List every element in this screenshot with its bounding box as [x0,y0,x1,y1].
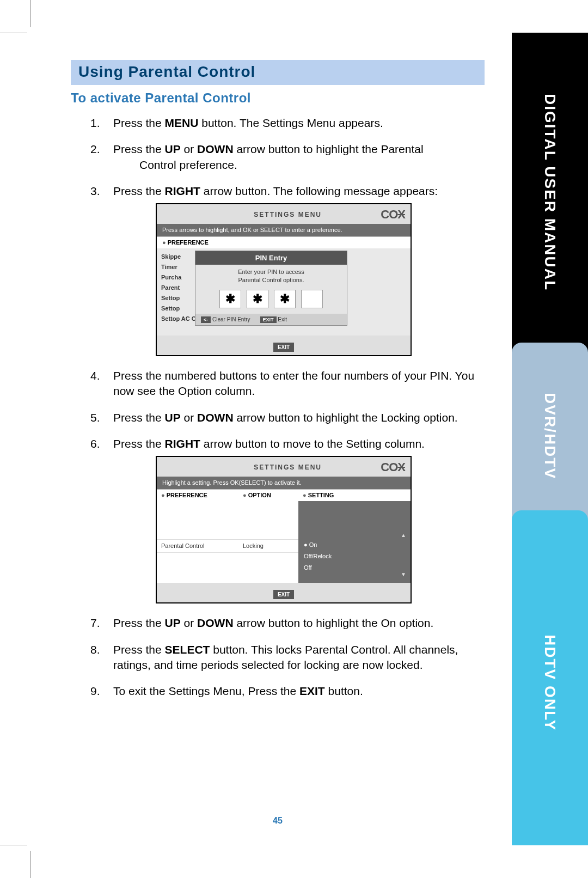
pin-digit-4[interactable] [301,290,323,308]
col-option: OPTION [238,490,298,501]
step-2: Press the UP or DOWN arrow button to hig… [71,142,485,173]
trim-mark [0,845,27,845]
trim-mark [30,851,31,878]
settings-menu-title: SETTINGS MENU [195,463,381,472]
screenshot-setting-column: SETTINGS MENU COX Highlight a setting. P… [156,456,412,603]
tab-digital-user-manual: DIGITAL USER MANUAL [512,33,588,352]
step-6: Press the RIGHT arrow button to move to … [71,436,485,603]
step-8: Press the SELECT button. This locks Pare… [71,642,485,673]
scroll-up-icon[interactable]: ▲ [401,532,406,539]
step-5: Press the UP or DOWN arrow button to hig… [71,410,485,425]
exit-button[interactable]: EXIT [273,590,294,600]
option-off[interactable]: Off [298,562,411,574]
trim-mark [0,33,27,33]
pin-entry-message: Enter your PIN to access Parental Contro… [195,265,347,286]
setting-options: ▲ On Off/Relock Off ▼ [298,501,411,583]
option-on[interactable]: On [298,539,411,551]
pin-digit-2[interactable]: ✱ [247,290,268,308]
preference-header: PREFERENCE [157,236,411,248]
pin-entry-title: PIN Entry [195,251,347,265]
settings-row: Parental Control Locking [157,539,298,553]
step-1: Press the MENU button. The Settings Menu… [71,115,485,131]
col-setting: SETTING [298,490,411,501]
settings-menu-title: SETTINGS MENU [195,210,381,219]
exit-key-icon: EXIT [260,316,277,323]
clear-pin-label: Clear PIN Entry [212,316,250,322]
instruction-bar: Press arrows to highlight, and OK or SEL… [157,224,411,236]
subheading: To activate Parental Control [71,90,485,106]
option-off-relock[interactable]: Off/Relock [298,551,411,562]
step-4: Press the numbered buttons to enter the … [71,368,485,399]
exit-label: Exit [278,316,287,322]
back-key-icon: <- [201,316,211,323]
section-banner: Using Parental Control [71,60,485,85]
screenshot-pin-entry: SETTINGS MENU COX Press arrows to highli… [156,203,412,356]
step-7: Press the UP or DOWN arrow button to hig… [71,615,485,631]
step-9: To exit the Settings Menu, Press the EXI… [71,684,485,699]
pin-digit-3[interactable]: ✱ [274,290,296,308]
scroll-down-icon[interactable]: ▼ [401,571,406,578]
tab-hdtv-only: HDTV ONLY [512,520,588,845]
row-preference: Parental Control [157,540,238,552]
instruction-bar: Highlight a setting. Press OK(SELECT) to… [157,477,411,489]
page-content: Using Parental Control To activate Paren… [71,60,485,710]
page-number: 45 [71,816,485,826]
trim-mark [30,0,31,27]
tab-dvr-hdtv: DVR/HDTV [512,352,588,520]
side-tabs: DIGITAL USER MANUAL DVR/HDTV HDTV ONLY [512,33,588,845]
cox-logo: COX [381,459,405,475]
cox-logo: COX [381,206,405,223]
column-headers: PREFERENCE OPTION SETTING [157,489,411,501]
exit-button[interactable]: EXIT [273,343,294,352]
row-option: Locking [238,540,268,552]
col-preference: PREFERENCE [157,490,238,501]
pin-boxes: ✱ ✱ ✱ [195,286,347,314]
step-3: Press the RIGHT arrow button. The follow… [71,184,485,356]
pin-digit-1[interactable]: ✱ [219,290,241,308]
pin-entry-dialog: PIN Entry Enter your PIN to access Paren… [195,251,347,326]
